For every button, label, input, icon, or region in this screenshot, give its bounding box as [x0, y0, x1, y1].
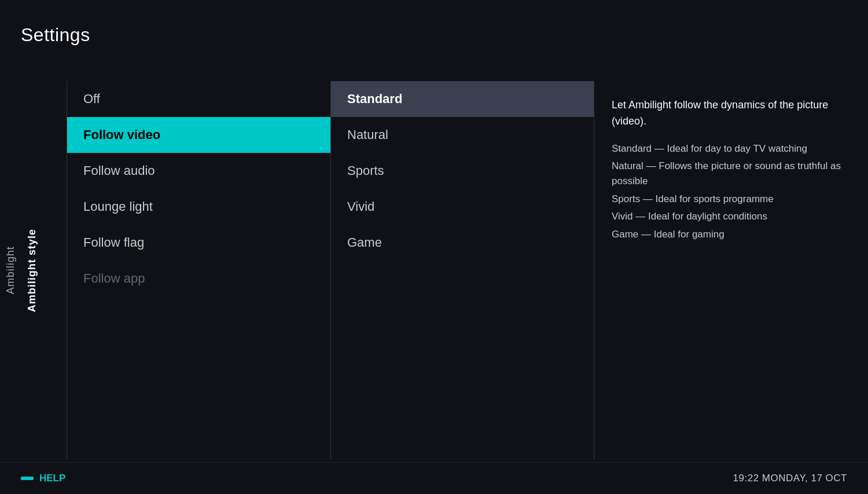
menu-item-off[interactable]: Off — [67, 81, 330, 117]
help-icon — [21, 477, 34, 480]
info-intro: Let Ambilight follow the dynamics of the… — [612, 97, 851, 130]
menu-item-follow-video[interactable]: Follow video — [67, 117, 330, 153]
help-label: HELP — [39, 473, 65, 484]
info-details: Standard — Ideal for day to day TV watch… — [612, 141, 851, 242]
info-detail-vivid: Vivid — Ideal for daylight conditions — [612, 209, 851, 224]
bottom-bar: HELP 19:22 MONDAY, 17 OCT — [0, 462, 868, 494]
info-detail-natural: Natural — Follows the picture or sound a… — [612, 159, 851, 189]
sidebar-labels: Ambilight Ambilight style — [0, 81, 67, 459]
info-detail-sports: Sports — Ideal for sports programme — [612, 192, 851, 207]
sidebar-item-ambilight[interactable]: Ambilight — [0, 81, 21, 459]
menu-item-lounge-light[interactable]: Lounge light — [67, 189, 330, 225]
sub-item-standard[interactable]: Standard — [331, 81, 594, 117]
sub-item-natural[interactable]: Natural — [331, 117, 594, 153]
clock: 19:22 MONDAY, 17 OCT — [733, 473, 847, 484]
primary-menu: Off Follow video Follow audio Lounge lig… — [67, 81, 330, 459]
sub-item-game[interactable]: Game — [331, 225, 594, 261]
sidebar-item-ambilight-style[interactable]: Ambilight style — [21, 81, 43, 459]
sub-item-vivid[interactable]: Vivid — [331, 189, 594, 225]
info-panel: Let Ambilight follow the dynamics of the… — [594, 81, 868, 459]
sub-item-sports[interactable]: Sports — [331, 153, 594, 189]
page-title: Settings — [21, 24, 90, 46]
menu-item-follow-audio[interactable]: Follow audio — [67, 153, 330, 189]
main-layout: Ambilight Ambilight style Off Follow vid… — [0, 81, 868, 459]
info-detail-game: Game — Ideal for gaming — [612, 227, 851, 242]
menu-item-follow-flag[interactable]: Follow flag — [67, 225, 330, 261]
help-button[interactable]: HELP — [21, 473, 65, 484]
menu-item-follow-app[interactable]: Follow app — [67, 261, 330, 297]
secondary-menu: Standard Natural Sports Vivid Game — [330, 81, 594, 459]
info-detail-standard: Standard — Ideal for day to day TV watch… — [612, 141, 851, 156]
